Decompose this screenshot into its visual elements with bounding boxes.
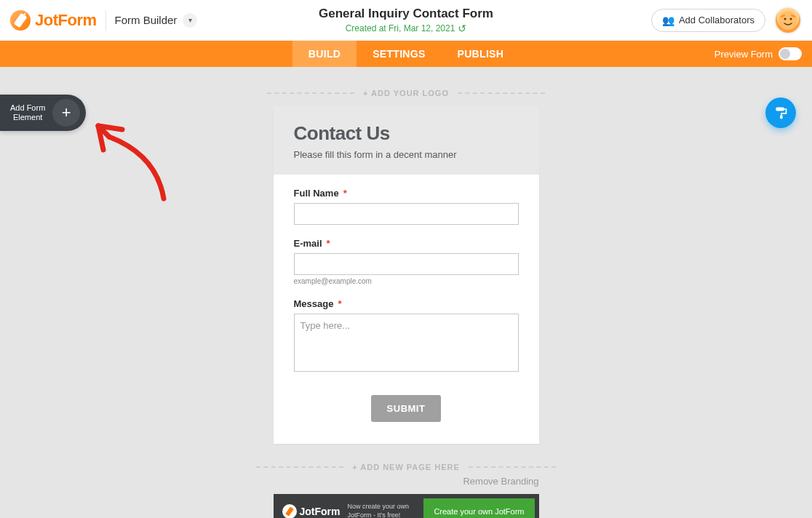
add-collaborators-button[interactable]: 👥 Add Collaborators xyxy=(651,9,765,32)
add-form-element-button[interactable]: Add Form Element + xyxy=(0,95,86,131)
jotform-logo[interactable]: JotForm xyxy=(10,10,97,31)
svg-point-0 xyxy=(779,11,797,30)
contact-subtitle: Please fill this form in a decent manner xyxy=(294,149,519,160)
message-textarea[interactable] xyxy=(294,314,519,372)
user-avatar[interactable] xyxy=(774,7,802,34)
add-logo-label: + ADD YOUR LOGO xyxy=(363,89,449,97)
preview-toggle[interactable] xyxy=(779,47,802,60)
email-label: E-mail xyxy=(294,238,322,249)
collab-label: Add Collaborators xyxy=(679,15,755,25)
promo-cta-button[interactable]: Create your own JotForm xyxy=(423,498,534,518)
field-full-name[interactable]: Full Name * xyxy=(294,188,519,225)
jotform-logo-icon xyxy=(10,10,31,31)
email-input[interactable] xyxy=(294,253,519,275)
form-title[interactable]: General Inquiry Contact Form xyxy=(319,7,493,21)
tab-publish[interactable]: PUBLISH xyxy=(442,41,520,67)
full-name-label: Full Name xyxy=(294,188,339,199)
collaborators-icon: 👥 xyxy=(662,15,674,26)
svg-point-1 xyxy=(784,17,786,20)
form-header-block[interactable]: Contact Us Please fill this form in a de… xyxy=(274,106,539,175)
promo-bar: JotForm Now create your own JotForm - It… xyxy=(274,494,539,518)
nav-bar: BUILD SETTINGS PUBLISH Preview Form xyxy=(0,41,812,67)
add-logo-row[interactable]: + ADD YOUR LOGO xyxy=(0,89,812,97)
history-icon[interactable]: ↻ xyxy=(458,23,466,34)
add-new-page-label: + ADD NEW PAGE HERE xyxy=(352,463,460,471)
form-builder-label: Form Builder xyxy=(115,14,178,26)
svg-rect-3 xyxy=(776,108,784,111)
remove-branding-link[interactable]: Remove Branding xyxy=(274,476,539,487)
add-new-page-row[interactable]: + ADD NEW PAGE HERE xyxy=(0,463,812,471)
form-canvas: + ADD YOUR LOGO Contact Us Please fill t… xyxy=(0,67,812,518)
paint-roller-icon xyxy=(773,105,788,120)
tab-build[interactable]: BUILD xyxy=(292,41,357,67)
form-builder-dropdown[interactable]: ▾ xyxy=(183,13,197,28)
field-message[interactable]: Message * xyxy=(294,298,519,375)
form-created: Created at Fri, Mar 12, 2021 ↻ xyxy=(319,23,493,34)
field-email[interactable]: E-mail * example@example.com xyxy=(294,238,519,285)
top-header: JotForm Form Builder ▾ General Inquiry C… xyxy=(0,0,812,41)
promo-tagline: Now create your own JotForm - It's free! xyxy=(348,503,417,518)
required-star: * xyxy=(327,238,330,249)
page-title-block: General Inquiry Contact Form Created at … xyxy=(319,7,493,34)
submit-button[interactable]: SUBMIT xyxy=(371,395,442,422)
promo-logo-icon xyxy=(282,504,297,518)
email-hint: example@example.com xyxy=(294,277,519,285)
contact-title: Contact Us xyxy=(294,122,519,145)
message-label: Message xyxy=(294,298,334,309)
svg-point-2 xyxy=(789,17,792,20)
tab-settings[interactable]: SETTINGS xyxy=(357,41,441,67)
required-star: * xyxy=(338,298,341,309)
full-name-input[interactable] xyxy=(294,203,519,225)
divider xyxy=(106,10,106,31)
required-star: * xyxy=(343,188,347,199)
plus-icon: + xyxy=(52,99,80,127)
preview-form-label: Preview Form xyxy=(715,49,773,60)
form-designer-button[interactable] xyxy=(765,97,796,128)
form-card[interactable]: Contact Us Please fill this form in a de… xyxy=(274,106,539,444)
promo-logo: JotForm xyxy=(278,504,341,518)
chevron-down-icon: ▾ xyxy=(188,16,192,24)
svg-rect-4 xyxy=(780,115,782,119)
jotform-logo-text: JotForm xyxy=(35,11,97,30)
promo-logo-text: JotForm xyxy=(300,506,341,517)
